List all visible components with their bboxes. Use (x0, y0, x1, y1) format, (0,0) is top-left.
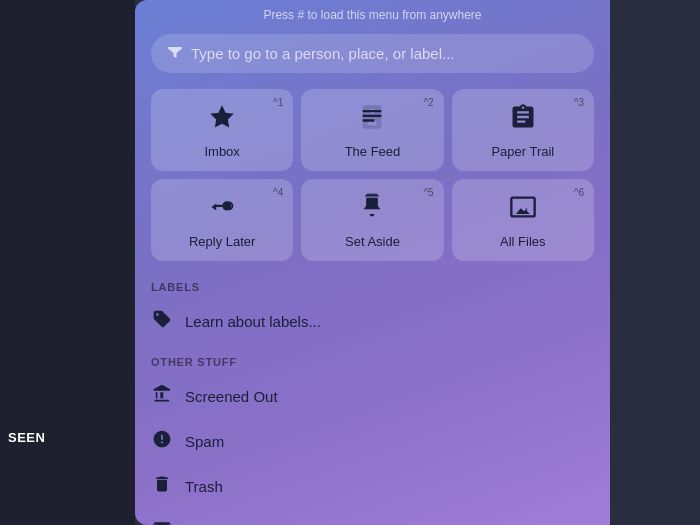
trash-item[interactable]: Trash (135, 464, 610, 509)
screened-out-label: Screened Out (185, 388, 278, 405)
screened-icon (151, 384, 173, 409)
book-icon (358, 103, 386, 138)
spam-label: Spam (185, 433, 224, 450)
learn-labels-label: Learn about labels... (185, 313, 321, 330)
spam-icon (151, 429, 173, 454)
clipboard-icon (509, 103, 537, 138)
nav-item-set-aside[interactable]: ^5 Set Aside (301, 179, 443, 261)
navigation-panel: Press # to load this menu from anywhere … (135, 0, 610, 525)
reply-later-shortcut: ^4 (273, 187, 283, 198)
other-section-title: OTHER STUFF (135, 344, 610, 374)
learn-labels-item[interactable]: Learn about labels... (135, 299, 610, 344)
set-aside-label: Set Aside (345, 234, 400, 249)
nav-item-reply-later[interactable]: ^4 Reply Later (151, 179, 293, 261)
nav-item-imbox[interactable]: ^1 Imbox (151, 89, 293, 171)
reply-clock-icon (208, 193, 236, 228)
paper-trail-label: Paper Trail (491, 144, 554, 159)
nav-item-paper-trail[interactable]: ^3 Paper Trail (452, 89, 594, 171)
imbox-shortcut: ^1 (273, 97, 283, 108)
feed-label: The Feed (345, 144, 401, 159)
tag-icon (151, 309, 173, 334)
press-hint: Press # to load this menu from anywhere (135, 0, 610, 34)
image-icon (509, 193, 537, 228)
imbox-label: Imbox (204, 144, 239, 159)
feed-shortcut: ^2 (423, 97, 433, 108)
reply-later-label: Reply Later (189, 234, 255, 249)
search-bar[interactable]: Type to go to a person, place, or label.… (151, 34, 594, 73)
trash-label: Trash (185, 478, 223, 495)
screened-out-item[interactable]: Screened Out (135, 374, 610, 419)
nav-item-the-feed[interactable]: ^2 The Feed (301, 89, 443, 171)
seen-label: SEEN (8, 430, 45, 445)
set-aside-shortcut: ^5 (423, 187, 433, 198)
all-files-label: All Files (500, 234, 546, 249)
right-fade (610, 0, 700, 525)
everything-item[interactable]: Everything (135, 509, 610, 525)
trash-icon (151, 474, 173, 499)
filter-icon (167, 44, 183, 63)
sidebar-background (0, 0, 135, 525)
paper-trail-shortcut: ^3 (574, 97, 584, 108)
pin-icon (358, 193, 386, 228)
nav-grid: ^1 Imbox ^2 The Feed ^3 Paper Trail ^4 (135, 89, 610, 261)
star-icon (208, 103, 236, 138)
labels-section-title: LABELS (135, 269, 610, 299)
grid-icon (151, 519, 173, 525)
spam-item[interactable]: Spam (135, 419, 610, 464)
search-placeholder: Type to go to a person, place, or label.… (191, 45, 455, 62)
nav-item-all-files[interactable]: ^6 All Files (452, 179, 594, 261)
all-files-shortcut: ^6 (574, 187, 584, 198)
